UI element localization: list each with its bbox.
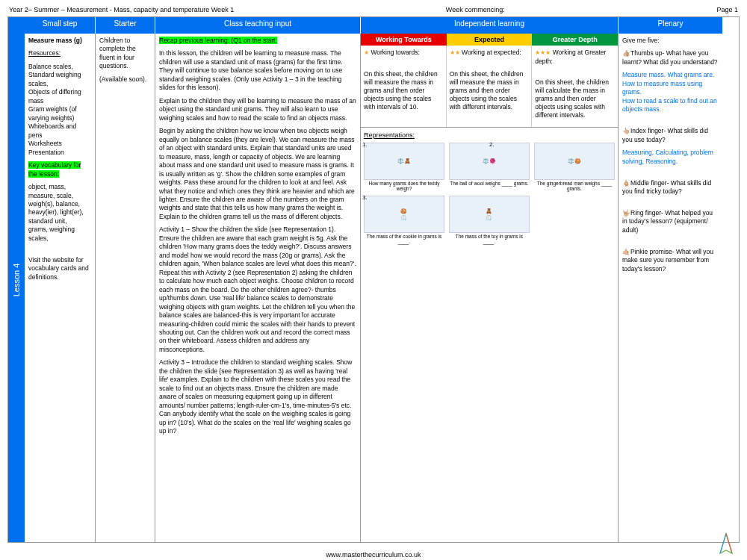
week-commencing: Week commencing: — [446, 6, 505, 13]
balance-scale-teddy-icon: ⚖️🧸 — [364, 143, 444, 180]
lesson-label: Lesson 4 — [12, 263, 21, 296]
gd-cell: ★★★ Working at Greater depth: On this sh… — [532, 46, 618, 127]
ci-p4: Activity 1 – Show the children the slide… — [159, 225, 356, 354]
page-number: Page 1 — [716, 6, 738, 13]
starter-line2: (Available soon). — [99, 75, 151, 84]
rep-3a: 🍪⏲️ The mass of the cookie in grams is _… — [364, 196, 444, 244]
reps-label: Representations: — [364, 131, 615, 140]
index-finger: 👆🏼Index finger- What skills did you use … — [622, 127, 719, 144]
lesson-plan-page: Year 2– Summer – Measurement - Mass, cap… — [0, 0, 747, 560]
col-independent: Independent learning — [361, 17, 619, 34]
ci-p1: In this lesson, the children will be lea… — [159, 49, 356, 92]
plenary-cell: Give me five: 👍🏼Thumbs up- What have you… — [619, 34, 723, 542]
website-note: Visit the website for vocabulary cards a… — [28, 256, 91, 281]
resources-list: Balance scales, Standard weighing scales… — [28, 63, 91, 157]
vocab-label: Key vocabulary for the lesson: — [28, 161, 81, 177]
small-step-cell: Measure mass (g) Resources: Balance scal… — [25, 34, 96, 542]
thumbs-answer: Measure mass. What grams are. How to mea… — [622, 71, 719, 113]
weighing-scale-toy-icon: 🧸⏲️ — [449, 196, 530, 233]
thumbs: 👍🏼Thumbs up- What have you learnt? What … — [622, 49, 719, 66]
content-grid: Small step Starter Class teaching input … — [25, 17, 739, 542]
main-table: Lesson 4 Small step Starter Class teachi… — [7, 16, 740, 543]
ring-finger: 🤟🏼Ring finger- What helped you in today'… — [622, 209, 719, 234]
doc-title: Year 2– Summer – Measurement - Mass, cap… — [9, 6, 234, 13]
independent-cell: Working Towards Expected Greater Depth ★… — [361, 34, 619, 542]
balance-scale-gingerbread-icon: ⚖️🍪 — [534, 143, 615, 180]
exp-cell: ★★ Working at expected: On this sheet, t… — [447, 46, 533, 127]
starter-cell: Children to complete the fluent in four … — [96, 34, 155, 542]
rep-3b: 🧸⏲️ The mass of the toy in grams is ____… — [449, 196, 530, 244]
class-input-cell: Recap previous learning: (Q1 on the star… — [155, 34, 361, 542]
ci-p3: Begin by asking the children how we know… — [159, 127, 356, 221]
ci-p2: Explain to the children they will be lea… — [159, 97, 356, 122]
wt-cell: ★ Working towards: On this sheet, the ch… — [361, 46, 447, 127]
starter-line1: Children to complete the fluent in four … — [99, 37, 151, 71]
vocab-list: object, mass, measure, scale, weigh(s), … — [28, 183, 91, 243]
wt-header: Working Towards — [361, 34, 447, 46]
weighing-scale-cookie-icon: 🍪⏲️ — [364, 196, 444, 233]
resources-label: Resources: — [28, 49, 61, 57]
middle-finger: 🖕🏼Middle finger- What skills did you fin… — [622, 179, 719, 196]
representations: Representations: 1. 2. ⚖️🧸 How many gram… — [361, 127, 618, 542]
col-starter: Starter — [96, 17, 155, 34]
give-five: Give me five: — [622, 37, 719, 45]
col-small-step: Small step — [25, 17, 96, 34]
rep-2b: ⚖️🍪 The gingerbread man weighs ____ gram… — [534, 143, 615, 191]
rep-2a: ⚖️🧶 The ball of wool weighs ____ grams. — [449, 143, 530, 191]
brand-logo-icon — [716, 532, 736, 556]
ci-p5: Activity 3 – Introduce the children to s… — [159, 358, 356, 435]
lesson-sidebar: Lesson 4 — [8, 17, 25, 542]
exp-header: Expected — [447, 34, 533, 46]
pinkie: 🤙🏼Pinkie promise- What will you make sur… — [622, 248, 719, 273]
footer-url: www.masterthecurriculum.co.uk — [0, 551, 747, 559]
index-answer: Measuring, Calculating, problem solving,… — [622, 149, 719, 166]
recap-label: Recap previous learning: (Q1 on the star… — [159, 37, 277, 44]
header-row: Year 2– Summer – Measurement - Mass, cap… — [7, 6, 740, 13]
gd-header: Greater Depth — [532, 34, 618, 46]
rep-1: ⚖️🧸 How many grams does the teddy weigh? — [364, 143, 444, 191]
col-class-input: Class teaching input — [155, 17, 361, 34]
step-title: Measure mass (g) — [28, 37, 91, 45]
col-plenary: Plenary — [619, 17, 723, 34]
